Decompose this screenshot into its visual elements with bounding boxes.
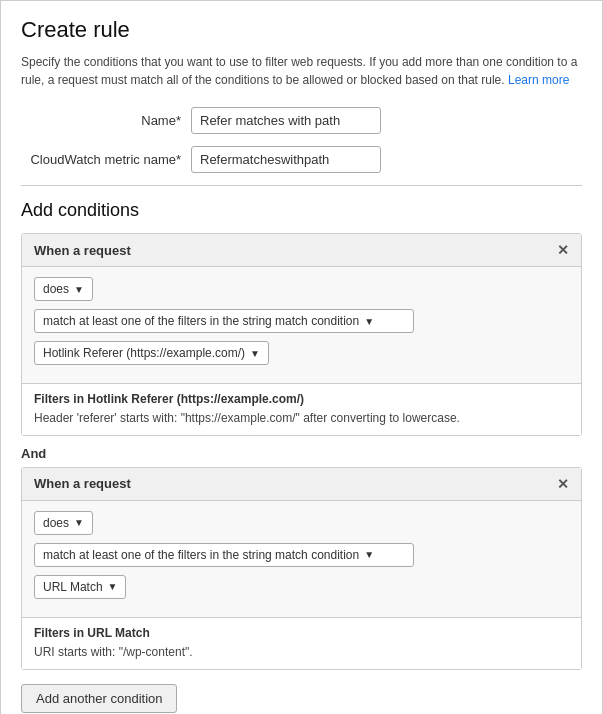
page-title: Create rule — [21, 17, 582, 43]
page-container: Create rule Specify the conditions that … — [0, 0, 603, 714]
condition1-body: does ▼ match at least one of the filters… — [22, 267, 581, 383]
page-description: Specify the conditions that you want to … — [21, 53, 582, 89]
learn-more-link[interactable]: Learn more — [508, 73, 569, 87]
condition2-match-dropdown[interactable]: match at least one of the filters in the… — [34, 543, 414, 567]
divider-top — [21, 185, 582, 186]
section-title: Add conditions — [21, 200, 582, 221]
condition1-does-dropdown[interactable]: does ▼ — [34, 277, 93, 301]
condition-header-1: When a request ✕ — [22, 234, 581, 267]
name-row: Name* — [21, 107, 582, 134]
condition1-header-label: When a request — [34, 243, 131, 258]
add-condition-button[interactable]: Add another condition — [21, 684, 177, 713]
condition2-filter-arrow: ▼ — [108, 581, 118, 592]
condition2-body: does ▼ match at least one of the filters… — [22, 501, 581, 617]
condition2-does-dropdown[interactable]: does ▼ — [34, 511, 93, 535]
condition1-filters-description: Header 'referer' starts with: "https://e… — [34, 410, 569, 427]
condition1-close-button[interactable]: ✕ — [557, 242, 569, 258]
metric-row: CloudWatch metric name* — [21, 146, 582, 173]
condition1-match-dropdown[interactable]: match at least one of the filters in the… — [34, 309, 414, 333]
condition2-filter-dropdown[interactable]: URL Match ▼ — [34, 575, 126, 599]
condition1-filters-section: Filters in Hotlink Referer (https://exam… — [22, 383, 581, 435]
condition1-match-arrow: ▼ — [364, 316, 374, 327]
condition1-does-arrow: ▼ — [74, 284, 84, 295]
condition2-match-arrow: ▼ — [364, 549, 374, 560]
metric-input[interactable] — [191, 146, 381, 173]
condition-block-1: When a request ✕ does ▼ match at least o… — [21, 233, 582, 436]
condition-header-2: When a request ✕ — [22, 468, 581, 501]
condition2-filters-title: Filters in URL Match — [34, 626, 569, 640]
condition2-does-arrow: ▼ — [74, 517, 84, 528]
condition1-filter-dropdown[interactable]: Hotlink Referer (https://example.com/) ▼ — [34, 341, 269, 365]
condition1-filter-arrow: ▼ — [250, 348, 260, 359]
name-input[interactable] — [191, 107, 381, 134]
and-label: And — [21, 436, 582, 467]
name-label: Name* — [21, 113, 181, 128]
condition2-close-button[interactable]: ✕ — [557, 476, 569, 492]
condition-block-2: When a request ✕ does ▼ match at least o… — [21, 467, 582, 670]
condition1-filters-title: Filters in Hotlink Referer (https://exam… — [34, 392, 569, 406]
condition2-filters-section: Filters in URL Match URI starts with: "/… — [22, 617, 581, 669]
condition2-filters-description: URI starts with: "/wp-content". — [34, 644, 569, 661]
metric-label: CloudWatch metric name* — [21, 152, 181, 167]
condition2-header-label: When a request — [34, 476, 131, 491]
